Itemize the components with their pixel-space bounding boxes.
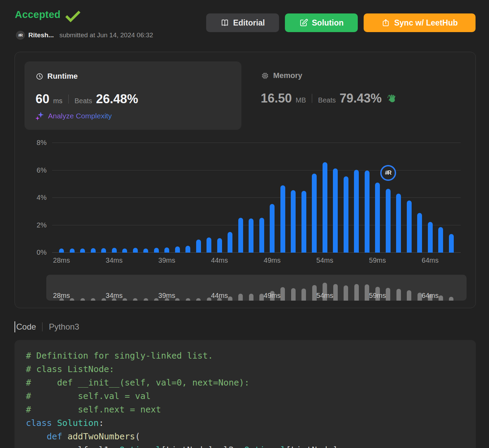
- gridline-6%: [52, 170, 461, 171]
- code-tab-label: Code: [16, 322, 36, 332]
- runtime-bar[interactable]: [291, 190, 296, 253]
- runtime-beats-label: Beats: [75, 97, 92, 105]
- runtime-bar[interactable]: [122, 249, 127, 253]
- runtime-bar[interactable]: [154, 248, 159, 253]
- runtime-bar[interactable]: [354, 170, 359, 253]
- solution-button[interactable]: Solution: [285, 13, 358, 32]
- book-icon: [220, 18, 229, 27]
- minimap-bar: [80, 298, 85, 301]
- minimap-x-label: 49ms: [257, 292, 288, 300]
- accepted-check-icon: [64, 6, 82, 25]
- memory-title: Memory: [273, 71, 302, 80]
- runtime-bar[interactable]: [323, 162, 327, 253]
- runtime-bar[interactable]: [417, 213, 422, 253]
- runtime-bar[interactable]: [133, 248, 138, 253]
- result-panel: Runtime 60 ms Beats 26.48% Analyze Compl…: [15, 52, 476, 308]
- runtime-bar[interactable]: [344, 176, 348, 253]
- runtime-bar[interactable]: [396, 194, 401, 253]
- minimap-bar: [91, 298, 95, 301]
- runtime-bar[interactable]: [101, 248, 106, 253]
- runtime-bar[interactable]: [365, 171, 370, 253]
- minimap-bar: [186, 298, 190, 301]
- language-label: Python3: [49, 322, 79, 332]
- runtime-bar[interactable]: [301, 191, 306, 253]
- runtime-bar[interactable]: [386, 189, 391, 253]
- runtime-bar[interactable]: [91, 248, 96, 253]
- divider: [42, 322, 42, 331]
- minimap-x-label: 44ms: [204, 292, 235, 300]
- memory-beats-value: 79.43%: [339, 91, 382, 106]
- x-axis-label: 54ms: [309, 256, 341, 264]
- runtime-bar[interactable]: [375, 183, 380, 253]
- x-axis-label: 49ms: [257, 256, 288, 264]
- upload-icon: [381, 18, 390, 27]
- solution-label: Solution: [312, 18, 344, 28]
- runtime-value: 60: [36, 92, 49, 106]
- runtime-bar[interactable]: [59, 249, 64, 253]
- runtime-bar[interactable]: [333, 168, 338, 253]
- sync-leethub-button[interactable]: Sync w/ LeetHub: [364, 13, 476, 32]
- code-viewer[interactable]: # Definition for singly-linked list.# cl…: [15, 340, 476, 448]
- minimap-x-label: 64ms: [415, 292, 446, 300]
- runtime-bar[interactable]: [164, 247, 169, 253]
- minimap-bar: [133, 298, 137, 301]
- code-line: # Definition for singly-linked list.: [26, 349, 476, 362]
- x-axis-label: 39ms: [151, 256, 182, 264]
- runtime-bar[interactable]: [259, 218, 264, 253]
- minimap-x-label: 28ms: [46, 292, 77, 300]
- y-axis-label: 4%: [18, 194, 47, 202]
- runtime-bar[interactable]: [175, 246, 180, 253]
- runtime-bar[interactable]: [143, 249, 148, 253]
- minimap-bar: [291, 288, 296, 301]
- y-axis-label: 8%: [18, 139, 47, 147]
- y-axis-label: 6%: [18, 166, 47, 174]
- minimap-bar: [144, 298, 148, 301]
- analyze-complexity-label: Analyze Complexity: [48, 112, 112, 120]
- edit-icon: [299, 18, 308, 27]
- runtime-bar[interactable]: [407, 201, 412, 253]
- runtime-bar[interactable]: [112, 248, 117, 253]
- runtime-beats-value: 26.48%: [96, 92, 138, 106]
- text-cursor: [15, 321, 15, 332]
- user-name: Ritesh...: [28, 31, 54, 39]
- runtime-bar[interactable]: [249, 218, 253, 253]
- chip-icon: [261, 71, 269, 80]
- runtime-bar[interactable]: [80, 249, 85, 253]
- code-line: # class ListNode:: [26, 362, 476, 376]
- memory-header[interactable]: Memory: [261, 71, 302, 80]
- minimap-x-label: 39ms: [151, 292, 182, 300]
- user-runtime-marker[interactable]: #R: [380, 165, 396, 181]
- runtime-bar[interactable]: [217, 238, 222, 253]
- code-line: self, l1: Optional[ListNode], l2: Option…: [26, 443, 476, 448]
- runtime-bar[interactable]: [207, 237, 211, 253]
- runtime-bar[interactable]: [196, 240, 201, 253]
- minimap-bar: [449, 297, 453, 301]
- runtime-bar[interactable]: [185, 246, 190, 253]
- runtime-bar[interactable]: [70, 249, 75, 253]
- x-axis-label: 28ms: [46, 256, 77, 264]
- runtime-bar[interactable]: [228, 232, 232, 253]
- runtime-bar[interactable]: [280, 185, 285, 253]
- runtime-unit: ms: [53, 97, 63, 105]
- x-axis-label: 64ms: [415, 256, 446, 264]
- runtime-bar[interactable]: [270, 204, 275, 253]
- x-axis-labels: 28ms34ms39ms44ms49ms54ms59ms64ms: [52, 256, 461, 267]
- editorial-button[interactable]: Editorial: [206, 13, 279, 32]
- distribution-brush[interactable]: 28ms34ms39ms44ms49ms54ms59ms64ms: [46, 275, 467, 301]
- analyze-complexity-link[interactable]: Analyze Complexity: [35, 111, 112, 121]
- x-axis-label: 34ms: [99, 256, 130, 264]
- runtime-bar[interactable]: [438, 227, 443, 253]
- memory-unit: MB: [296, 96, 306, 104]
- submission-result-page: { "header": { "status": "Accepted", "use…: [0, 0, 489, 448]
- sync-label: Sync w/ LeetHub: [394, 18, 458, 28]
- runtime-bar[interactable]: [428, 222, 433, 253]
- code-line: # self.next = next: [26, 403, 476, 416]
- code-line: # def __init__(self, val=0, next=None):: [26, 376, 476, 389]
- minimap-bar: [249, 294, 253, 301]
- editorial-label: Editorial: [233, 18, 265, 28]
- runtime-bar[interactable]: [312, 174, 317, 253]
- runtime-bar[interactable]: [238, 218, 243, 253]
- gridline-8%: [52, 143, 461, 143]
- runtime-bar[interactable]: [449, 234, 454, 253]
- runtime-card[interactable]: Runtime 60 ms Beats 26.48% Analyze Compl…: [25, 61, 241, 130]
